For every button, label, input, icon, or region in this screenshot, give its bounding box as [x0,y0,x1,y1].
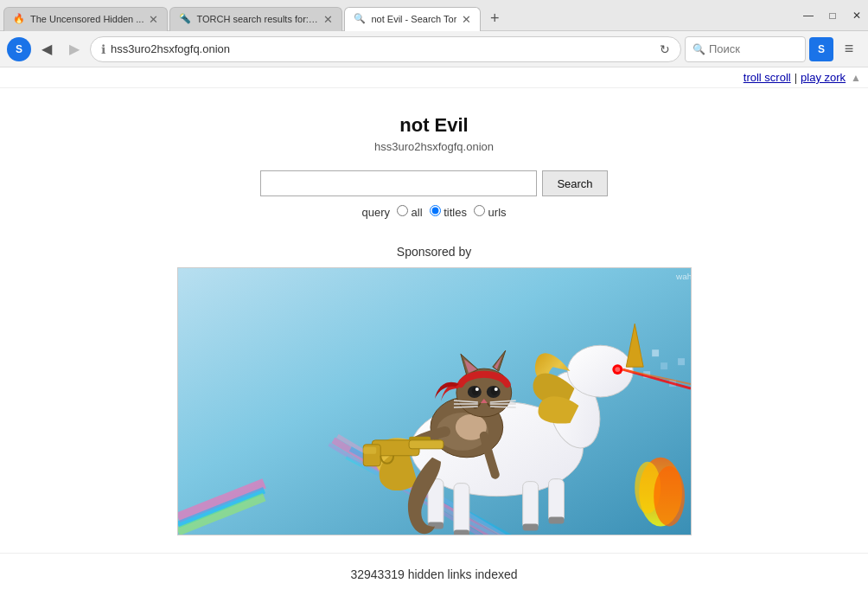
svg-rect-21 [548,479,564,522]
svg-rect-11 [678,358,685,365]
address-bar[interactable]: ℹ ↻ [90,36,681,62]
scroll-up-indicator: ▲ [851,72,861,84]
svg-line-56 [489,407,515,407]
svg-rect-19 [453,484,469,535]
all-option-label[interactable]: all [397,205,423,219]
sponsored-label: Sponsored by [397,245,471,259]
titles-option-label[interactable]: titles [430,205,467,219]
tab3-favicon: 🔍 [354,13,366,25]
minimize-button[interactable]: — [797,4,820,27]
tab1-favicon: 🔥 [13,13,25,25]
back-button[interactable]: ◀ [35,37,59,61]
search-input[interactable] [260,170,537,196]
link-separator: | [795,71,797,84]
search-form: Search [260,170,607,196]
sponsored-section: Sponsored by [0,236,868,544]
svg-rect-9 [661,362,667,369]
search-options-row: query all titles urls [361,205,506,219]
svg-rect-8 [652,349,659,356]
tab-bar: 🔥 The Uncensored Hidden ... ✕ 🔦 TORCH se… [0,0,797,31]
all-radio[interactable] [397,205,408,216]
refresh-button[interactable]: ↻ [660,42,670,56]
svg-point-27 [567,345,633,397]
address-input[interactable] [111,42,654,55]
tab2-close[interactable]: ✕ [323,13,333,26]
tab3-close[interactable]: ✕ [462,13,471,26]
titles-radio[interactable] [430,205,441,216]
main-search-area: not Evil hss3uro2hsxfogfq.onion Search q… [0,88,868,236]
info-icon: ℹ [101,42,105,56]
page-content: troll scroll | play zork ▲ not Evil hss3… [0,67,868,596]
browser-search-bar[interactable]: 🔍 [685,36,806,62]
profile-button[interactable]: S [7,37,31,61]
site-title: not Evil [399,114,468,137]
svg-rect-61 [409,440,444,449]
tab1-close[interactable]: ✕ [149,13,158,26]
svg-rect-24 [522,524,538,531]
svg-rect-60 [363,447,376,454]
footer-text: 32943319 hidden links indexed [0,553,868,595]
query-label: query [361,206,390,219]
urls-option-label[interactable]: urls [474,205,507,219]
urls-radio[interactable] [474,205,485,216]
sponsored-image[interactable]: wah [177,267,692,535]
menu-button[interactable]: ≡ [837,37,861,61]
troll-scroll-link[interactable]: troll scroll [744,71,791,84]
tab2-favicon: 🔦 [179,13,191,25]
title-bar: 🔥 The Uncensored Hidden ... ✕ 🔦 TORCH se… [0,0,868,31]
search-button[interactable]: Search [542,170,607,196]
cat-unicorn-illustration: wah [178,267,691,535]
image-watermark: wah [675,272,691,281]
window-controls: — □ ✕ [797,4,868,27]
tab-torch[interactable]: 🔦 TORCH search results for: ... ✕ [169,7,342,31]
svg-line-53 [453,407,477,407]
svg-rect-23 [453,529,469,535]
svg-rect-20 [522,482,538,529]
browser-search-icon: 🔍 [692,43,705,55]
top-links-bar: troll scroll | play zork ▲ [0,67,868,88]
maximize-button[interactable]: □ [821,4,844,27]
svg-rect-25 [548,517,564,524]
svg-point-48 [475,388,478,391]
tab-notevil[interactable]: 🔍 not Evil - Search Tor ✕ [344,7,481,31]
tab3-title: not Evil - Search Tor [371,14,456,24]
nav-bar: S ◀ ▶ ℹ ↻ 🔍 S ≡ [0,31,868,67]
site-subtitle: hss3uro2hsxfogfq.onion [374,140,494,153]
browser-search-input[interactable] [709,42,787,55]
close-button[interactable]: ✕ [846,4,868,27]
tab1-title: The Uncensored Hidden ... [30,14,144,24]
svg-point-35 [654,466,685,527]
extension-button[interactable]: S [809,37,833,61]
svg-point-30 [615,367,620,372]
forward-button[interactable]: ▶ [62,37,86,61]
tab2-title: TORCH search results for: ... [196,14,318,24]
browser-frame: 🔥 The Uncensored Hidden ... ✕ 🔦 TORCH se… [0,0,868,596]
play-zork-link[interactable]: play zork [801,71,846,84]
new-tab-button[interactable]: + [482,7,507,31]
tab-uncensored[interactable]: 🔥 The Uncensored Hidden ... ✕ [3,7,168,31]
svg-point-49 [494,388,497,391]
